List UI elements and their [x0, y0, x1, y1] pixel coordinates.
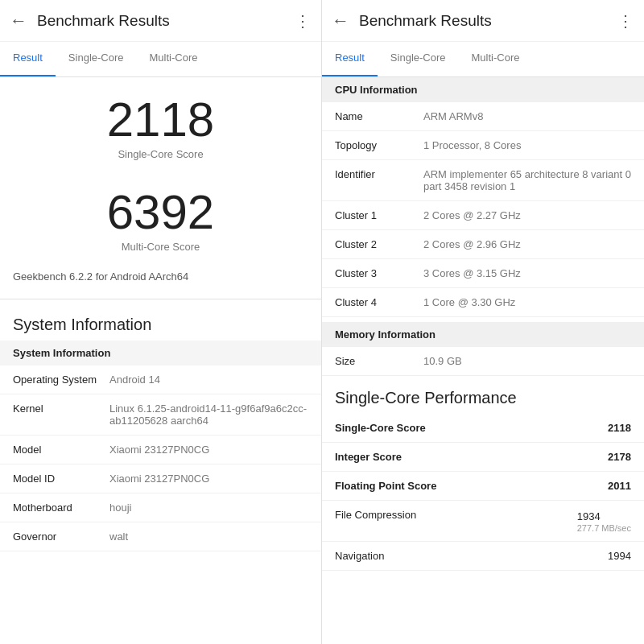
multi-core-score-section: 6392 Multi-Core Score [0, 170, 321, 262]
perf-filecomp-row: File Compression 1934 277.7 MB/sec [322, 501, 644, 542]
memory-section-header: Memory Information [322, 322, 644, 347]
motherboard-row: Motherboard houji [0, 493, 321, 522]
kernel-row: Kernel Linux 6.1.25-android14-11-g9f6af9… [0, 394, 321, 436]
left-panel: ← Benchmark Results ⋮ Result Single-Core… [0, 0, 322, 644]
left-tab-result[interactable]: Result [0, 42, 56, 76]
perf-singlecore-label: Single-Core Score [335, 422, 426, 434]
governor-row: Governor walt [0, 522, 321, 551]
single-core-score-section: 2118 Single-Core Score [0, 77, 321, 170]
governor-value: walt [109, 530, 308, 543]
perf-nav-value: 1994 [608, 550, 631, 562]
cpu-identifier-label: Identifier [335, 168, 423, 180]
multi-core-score-value: 6392 [16, 186, 305, 239]
kernel-value: Linux 6.1.25-android14-11-g9f6af9a6c2cc-… [109, 402, 308, 427]
cpu-cluster4-row: Cluster 4 1 Core @ 3.30 GHz [322, 288, 644, 317]
cpu-section-header: CPU Information [322, 77, 644, 102]
multi-core-score-label: Multi-Core Score [16, 241, 305, 253]
right-content: CPU Information Name ARM ARMv8 Topology … [322, 77, 644, 644]
system-information-heading: System Information [0, 299, 321, 341]
cpu-topology-row: Topology 1 Processor, 8 Cores [322, 131, 644, 160]
cpu-name-label: Name [335, 110, 423, 122]
model-label: Model [13, 444, 109, 456]
memory-size-label: Size [335, 355, 423, 367]
perf-fp-value: 2011 [608, 480, 631, 492]
cpu-cluster3-row: Cluster 3 3 Cores @ 3.15 GHz [322, 259, 644, 288]
os-value: Android 14 [109, 374, 308, 386]
cpu-cluster1-value: 2 Cores @ 2.27 GHz [423, 209, 631, 221]
right-panel: ← Benchmark Results ⋮ Result Single-Core… [322, 0, 644, 644]
left-tabs: Result Single-Core Multi-Core [0, 42, 321, 77]
left-menu-button[interactable]: ⋮ [295, 11, 312, 31]
cpu-cluster3-value: 3 Cores @ 3.15 GHz [423, 267, 631, 279]
cpu-cluster1-row: Cluster 1 2 Cores @ 2.27 GHz [322, 201, 644, 230]
perf-filecomp-value-block: 1934 277.7 MB/sec [577, 509, 631, 533]
perf-fp-row: Floating Point Score 2011 [322, 472, 644, 501]
right-back-button[interactable]: ← [332, 10, 349, 31]
right-menu-button[interactable]: ⋮ [617, 11, 634, 31]
memory-size-value: 10.9 GB [423, 355, 631, 367]
cpu-cluster2-value: 2 Cores @ 2.96 GHz [423, 238, 631, 250]
cpu-name-value: ARM ARMv8 [423, 110, 631, 122]
memory-size-row: Size 10.9 GB [322, 347, 644, 376]
perf-filecomp-sub: 277.7 MB/sec [577, 523, 631, 533]
cpu-cluster4-label: Cluster 4 [335, 296, 423, 308]
right-tab-result[interactable]: Result [322, 42, 378, 76]
perf-singlecore-row: Single-Core Score 2118 [322, 414, 644, 443]
left-header-title: Benchmark Results [37, 12, 295, 30]
model-row: Model Xiaomi 23127PN0CG [0, 436, 321, 464]
cpu-cluster2-label: Cluster 2 [335, 238, 423, 250]
left-back-button[interactable]: ← [10, 10, 27, 31]
perf-nav-label: Navigation [335, 550, 384, 562]
left-tab-singlecore[interactable]: Single-Core [56, 42, 137, 76]
left-header: ← Benchmark Results ⋮ [0, 0, 321, 42]
kernel-label: Kernel [13, 402, 109, 427]
geekbench-version: Geekbench 6.2.2 for Android AArch64 [0, 262, 321, 299]
motherboard-value: houji [109, 502, 308, 514]
perf-singlecore-value: 2118 [608, 422, 631, 434]
perf-section-title: Single-Core Performance [322, 376, 644, 414]
cpu-name-row: Name ARM ARMv8 [322, 102, 644, 131]
right-header-title: Benchmark Results [359, 12, 617, 30]
single-core-score-label: Single-Core Score [16, 148, 305, 160]
cpu-cluster2-row: Cluster 2 2 Cores @ 2.96 GHz [322, 230, 644, 259]
perf-integer-row: Integer Score 2178 [322, 443, 644, 472]
right-header: ← Benchmark Results ⋮ [322, 0, 644, 42]
motherboard-label: Motherboard [13, 502, 109, 514]
single-core-score-value: 2118 [16, 93, 305, 147]
perf-fp-label: Floating Point Score [335, 480, 436, 492]
system-info-table-header: System Information [0, 341, 321, 365]
perf-integer-value: 2178 [608, 451, 631, 463]
cpu-topology-value: 1 Processor, 8 Cores [423, 139, 631, 151]
cpu-cluster1-label: Cluster 1 [335, 209, 423, 221]
governor-label: Governor [13, 530, 109, 543]
cpu-cluster3-label: Cluster 3 [335, 267, 423, 279]
cpu-cluster4-value: 1 Core @ 3.30 GHz [423, 296, 631, 308]
model-value: Xiaomi 23127PN0CG [109, 444, 308, 456]
perf-filecomp-value: 1934 [577, 510, 601, 522]
model-id-value: Xiaomi 23127PN0CG [109, 473, 308, 485]
perf-filecomp-label: File Compression [335, 509, 416, 533]
cpu-identifier-value: ARM implementer 65 architecture 8 varian… [423, 168, 631, 192]
perf-nav-row: Navigation 1994 [322, 542, 644, 571]
model-id-label: Model ID [13, 473, 109, 485]
right-tabs: Result Single-Core Multi-Core [322, 42, 644, 77]
left-tab-multicore[interactable]: Multi-Core [137, 42, 211, 76]
cpu-topology-label: Topology [335, 139, 423, 151]
os-label: Operating System [13, 374, 109, 386]
perf-integer-label: Integer Score [335, 451, 402, 463]
os-row: Operating System Android 14 [0, 365, 321, 394]
right-tab-multicore[interactable]: Multi-Core [459, 42, 533, 76]
model-id-row: Model ID Xiaomi 23127PN0CG [0, 464, 321, 493]
system-info-table: System Information Operating System Andr… [0, 341, 321, 551]
right-tab-singlecore[interactable]: Single-Core [378, 42, 459, 76]
left-content: 2118 Single-Core Score 6392 Multi-Core S… [0, 77, 321, 644]
cpu-identifier-row: Identifier ARM implementer 65 architectu… [322, 160, 644, 201]
